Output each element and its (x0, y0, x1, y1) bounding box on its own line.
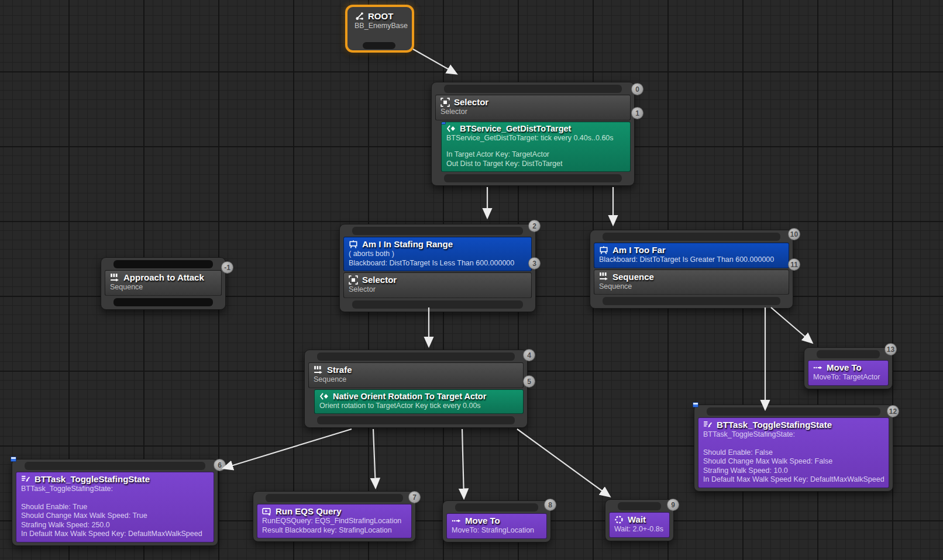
easel-board-icon (599, 246, 608, 255)
output-pin[interactable] (444, 174, 622, 182)
node-move-to-strafing[interactable]: 8 Move To MoveTo: StrafingLocation (442, 500, 551, 542)
composite-header[interactable]: Strafe Sequence (308, 362, 524, 388)
input-pin[interactable] (352, 227, 523, 235)
bracket-square-icon (349, 275, 358, 285)
task-line: Should Enable: True (21, 503, 209, 512)
task-line: RunEQSQuery: EQS_FindStrafingLocation (262, 517, 407, 526)
service-block[interactable]: Native Orient Rotation To Target Actor O… (314, 389, 524, 414)
service-tick-text: Orient rotation to TargetActor Key tick … (319, 402, 518, 411)
input-pin[interactable] (707, 407, 880, 416)
behavior-tree-graph-canvas[interactable]: ROOT BB_EnemyBase 0 1 Selector Selector (0, 0, 943, 560)
node-am-i-too-far[interactable]: 10 11 Am I Too Far Blackboard: DistToTar… (590, 230, 793, 309)
input-pin[interactable] (817, 350, 880, 358)
blue-window-icon (441, 122, 446, 125)
node-title: Move To (827, 362, 862, 372)
input-pin[interactable] (317, 352, 515, 361)
composite-header[interactable]: Selector Selector (435, 95, 631, 120)
node-title: Selector (362, 275, 397, 285)
list-arrow-icon (703, 420, 713, 430)
node-subtitle: MoveTo: TargetActor (813, 373, 883, 382)
node-wait[interactable]: 9 Wait Wait: 2.0+-0.8s (605, 499, 674, 541)
node-title: BTTask_ToggleStafingState (717, 420, 832, 430)
execution-order-badge: 6 (214, 459, 226, 471)
task-line: Strafing Walk Speed: 250.0 (21, 521, 209, 530)
task-line: In Default Max Walk Speed Key: DefaultMa… (703, 475, 884, 485)
execution-order-badge: 8 (544, 499, 556, 511)
task-block[interactable]: Run EQS Query RunEQSQuery: EQS_FindStraf… (257, 504, 412, 538)
input-pin[interactable] (603, 233, 780, 241)
task-line: Result Blackboard key: StrafingLocation (262, 526, 407, 535)
node-strafe[interactable]: 4 5 Strafe Sequence Native Orient Rotati… (304, 350, 528, 428)
decorator-block[interactable]: Am I Too Far Blackboard: DistToTarget Is… (594, 243, 789, 268)
bars-arrow-icon (110, 273, 119, 282)
decorator-aborts-text: ( aborts both ) (349, 250, 526, 259)
input-pin[interactable] (266, 494, 403, 502)
output-pin[interactable] (113, 298, 213, 306)
node-subtitle: Selector (349, 285, 526, 295)
node-move-to-target[interactable]: 13 Move To MoveTo: TargetActor (804, 347, 893, 389)
node-toggle-stafing-state-off[interactable]: 12 BTTask_ToggleStafingState BTTask_Togg… (694, 405, 893, 492)
bracket-square-icon (440, 98, 450, 107)
input-pin[interactable] (113, 260, 213, 268)
dots-arrow-icon (452, 516, 461, 526)
execution-order-badge: 0 (631, 83, 643, 95)
node-title: Move To (465, 516, 500, 526)
node-selector[interactable]: 0 1 Selector Selector BTService_GetDistT… (431, 82, 635, 186)
task-block[interactable]: BTTask_ToggleStafingState BTTask_ToggleS… (16, 472, 214, 542)
dashed-circle-icon (614, 515, 624, 524)
output-pin[interactable] (603, 297, 780, 305)
execution-order-badge: 12 (887, 405, 899, 417)
execution-order-badge: 9 (667, 499, 679, 511)
composite-header[interactable]: Approach to Attack Sequence (105, 270, 222, 296)
output-pin[interactable] (317, 416, 515, 424)
node-root[interactable]: ROOT BB_EnemyBase (345, 5, 414, 53)
service-out-key-text: Out Dist to Target Key: DistToTarget (446, 160, 625, 169)
task-line: In Default Max Walk Speed Key: DefaultMa… (21, 530, 209, 539)
task-block[interactable]: BTTask_ToggleStafingState BTTask_ToggleS… (698, 417, 889, 488)
easel-board-icon (349, 240, 358, 249)
execution-order-badge: 7 (408, 491, 421, 503)
execution-order-badge: 2 (528, 220, 541, 232)
node-am-i-in-stafing-range[interactable]: 2 3 Am I In Stafing Range ( aborts both … (339, 224, 536, 312)
node-run-eqs-query[interactable]: 7 Run EQS Query RunEQSQuery: EQS_FindStr… (253, 491, 416, 542)
composite-header[interactable]: Sequence Sequence (594, 269, 789, 295)
blue-window-icon (11, 457, 16, 462)
task-line (21, 494, 209, 503)
node-toggle-stafing-state-on[interactable]: 6 BTTask_ToggleStafingState BTTask_Toggl… (12, 459, 218, 546)
decorator-title: Am I Too Far (612, 245, 666, 255)
input-pin[interactable] (618, 502, 661, 510)
wire-strafe-toggle-stafing-state-on[interactable] (223, 429, 352, 468)
service-block[interactable]: BTService_GetDistToTarget BTService_GetD… (441, 122, 631, 172)
task-block[interactable]: Move To MoveTo: StrafingLocation (446, 513, 547, 539)
node-approach-to-attack[interactable]: -1 Approach to Attack Sequence (101, 257, 226, 310)
task-block[interactable]: Wait Wait: 2.0+-0.8s (609, 512, 670, 538)
service-in-key-text: In Target Actor Key: TargetActor (446, 150, 625, 160)
blue-window-icon (693, 402, 698, 407)
output-pin[interactable] (352, 300, 523, 309)
wire-root-selector[interactable] (413, 49, 456, 74)
wire-strafe-move-to-strafing[interactable] (462, 429, 464, 498)
task-line: BTTask_ToggleStafingState: (21, 485, 209, 494)
chevron-diamond-icon (446, 124, 456, 133)
execution-order-badge: 11 (788, 258, 800, 271)
input-pin[interactable] (444, 85, 622, 93)
task-block[interactable]: Move To MoveTo: TargetActor (808, 360, 889, 386)
bars-arrow-icon (314, 365, 323, 375)
input-pin[interactable] (455, 503, 538, 511)
execution-order-badge: 5 (523, 375, 535, 388)
wire-strafe-run-eqs-query[interactable] (373, 429, 376, 488)
node-title: Run EQS Query (276, 506, 342, 516)
task-line: Should Change Max Walk Speed: True (21, 511, 209, 521)
decorator-block[interactable]: Am I In Stafing Range ( aborts both ) Bl… (343, 237, 532, 271)
execution-order-badge: 4 (523, 349, 535, 361)
wire-strafe-wait[interactable] (517, 429, 610, 496)
node-subtitle: BB_EnemyBase (355, 22, 412, 31)
node-title: BTTask_ToggleStafingState (35, 474, 150, 484)
composite-header[interactable]: Selector Selector (343, 272, 532, 298)
execution-order-badge: 13 (885, 343, 897, 355)
service-tick-text: BTService_GetDistToTarget: tick every 0.… (446, 134, 625, 143)
output-pin[interactable] (363, 42, 395, 49)
wire-am-i-too-far-move-to-target[interactable] (771, 307, 812, 343)
input-pin[interactable] (25, 462, 205, 470)
service-title: BTService_GetDistToTarget (460, 124, 571, 133)
